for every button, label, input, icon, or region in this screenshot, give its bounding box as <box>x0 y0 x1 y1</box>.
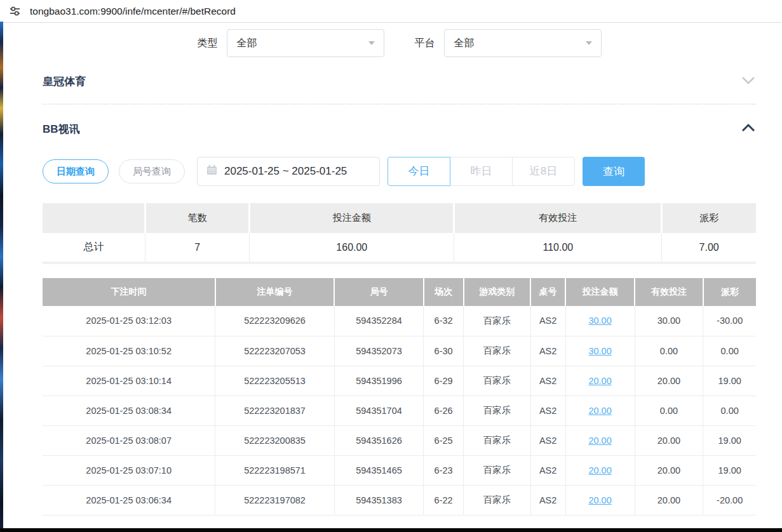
header-bet-amount: 投注金额 <box>565 278 635 306</box>
session-cell: 6-26 <box>424 396 464 425</box>
bet-amount-link[interactable]: 30.00 <box>588 346 611 356</box>
bet-time-cell: 2025-01-25 03:12:03 <box>43 306 215 336</box>
round-no-cell: 594351626 <box>334 425 423 455</box>
summary-header-row: 笔数 投注金额 有效投注 派彩 <box>43 203 756 233</box>
header-valid-bet: 有效投注 <box>635 278 703 306</box>
summary-header-payout: 派彩 <box>662 203 756 233</box>
platform-filter-label: 平台 <box>415 37 435 50</box>
order-no-cell: 522223207053 <box>215 336 335 366</box>
summary-table: 笔数 投注金额 有效投注 派彩 总计 7 160.00 110.00 7.00 <box>43 203 756 264</box>
bet-amount-link[interactable]: 20.00 <box>588 406 611 416</box>
table-no-cell: AS2 <box>530 425 565 455</box>
summary-total-row: 总计 7 160.00 110.00 7.00 <box>43 233 756 263</box>
chevron-down-icon[interactable] <box>741 76 756 88</box>
round-no-cell: 594352284 <box>334 306 423 336</box>
order-no-cell: 522223198571 <box>215 455 335 485</box>
round-no-cell: 594351465 <box>334 455 423 485</box>
round-no-cell: 594352073 <box>334 336 423 366</box>
session-cell: 6-23 <box>424 455 464 485</box>
bet-amount-link[interactable]: 20.00 <box>588 376 611 386</box>
bet-time-cell: 2025-01-25 03:06:34 <box>43 485 215 515</box>
header-session: 场次 <box>424 278 464 306</box>
table-row: 2025-01-25 03:08:34 522223201837 5943517… <box>43 396 756 425</box>
valid-bet-cell: 30.00 <box>635 306 703 336</box>
bet-amount-cell: 20.00 <box>565 455 635 485</box>
valid-bet-cell: 20.00 <box>635 485 703 515</box>
summary-payout-value: 7.00 <box>662 233 756 263</box>
game-type-cell: 百家乐 <box>464 336 531 366</box>
session-cell: 6-25 <box>424 425 464 455</box>
date-query-label: 日期查询 <box>57 166 95 178</box>
summary-header-bet-amount: 投注金额 <box>250 203 454 233</box>
caret-down-icon <box>586 41 592 45</box>
table-row: 2025-01-25 03:12:03 522223209626 5943522… <box>43 306 756 336</box>
summary-header-blank <box>43 203 145 233</box>
bet-time-cell: 2025-01-25 03:10:52 <box>43 336 215 366</box>
valid-bet-cell: 20.00 <box>635 425 703 455</box>
header-game-type: 游戏类别 <box>464 278 531 306</box>
summary-total-label: 总计 <box>43 233 145 263</box>
section-bb-video[interactable]: BB视讯 <box>43 116 756 142</box>
summary-bet-amount-value: 160.00 <box>250 233 454 263</box>
quick-today-button[interactable]: 今日 <box>388 157 450 186</box>
header-table-no: 桌号 <box>530 278 565 306</box>
bet-amount-cell: 30.00 <box>565 336 635 366</box>
bet-amount-link[interactable]: 20.00 <box>588 436 611 446</box>
table-row: 2025-01-25 03:10:52 522223207053 5943520… <box>43 336 756 366</box>
filter-row: 类型 全部 平台 全部 <box>43 29 756 57</box>
game-type-cell: 百家乐 <box>464 455 531 485</box>
caret-down-icon <box>368 41 375 45</box>
game-type-cell: 百家乐 <box>464 485 531 515</box>
table-row: 2025-01-25 03:10:14 522223205513 5943519… <box>43 366 756 396</box>
type-select[interactable]: 全部 <box>227 29 384 57</box>
bet-record-page: 类型 全部 平台 全部 皇冠体育 BB视讯 <box>0 29 782 515</box>
round-query-button[interactable]: 局号查询 <box>119 159 185 183</box>
order-no-cell: 522223201837 <box>215 396 335 425</box>
payout-cell: 19.00 <box>703 425 756 455</box>
session-cell: 6-22 <box>424 485 464 515</box>
calendar-icon <box>206 164 217 178</box>
quick-yesterday-button[interactable]: 昨日 <box>450 157 513 186</box>
platform-select[interactable]: 全部 <box>444 29 602 57</box>
site-settings-icon[interactable] <box>9 5 21 17</box>
summary-header-count: 笔数 <box>145 203 250 233</box>
bet-record-table: 下注时间 注单编号 局号 场次 游戏类别 桌号 投注金额 有效投注 派彩 202… <box>43 278 756 515</box>
date-query-button[interactable]: 日期查询 <box>43 159 109 183</box>
session-cell: 6-29 <box>424 366 464 396</box>
header-round-no: 局号 <box>334 278 423 306</box>
bet-amount-link[interactable]: 20.00 <box>588 495 611 505</box>
section-crown-sports[interactable]: 皇冠体育 <box>43 69 756 94</box>
payout-cell: -20.00 <box>703 485 756 515</box>
query-toolbar: 日期查询 局号查询 2025-01- <box>43 157 756 186</box>
bet-amount-link[interactable]: 30.00 <box>588 316 611 326</box>
payout-cell: 19.00 <box>703 366 756 396</box>
type-filter-group: 类型 全部 <box>198 29 384 57</box>
bet-amount-cell: 30.00 <box>565 306 635 336</box>
browser-url-bar[interactable]: tongbao31.com:9900/infe/mcenter/#/betRec… <box>0 0 782 23</box>
bet-amount-cell: 20.00 <box>565 485 635 515</box>
payout-cell: 0.00 <box>703 336 756 366</box>
table-no-cell: AS2 <box>530 455 565 485</box>
date-range-picker[interactable]: 2025-01-25 ~ 2025-01-25 <box>197 157 380 186</box>
bet-amount-cell: 20.00 <box>565 425 635 455</box>
search-button[interactable]: 查询 <box>583 157 645 186</box>
payout-cell: -30.00 <box>703 306 756 336</box>
table-row: 2025-01-25 03:06:34 522223197082 5943513… <box>43 485 756 515</box>
quick-last8days-button[interactable]: 近8日 <box>512 157 575 186</box>
bet-time-cell: 2025-01-25 03:08:07 <box>43 425 215 455</box>
game-type-cell: 百家乐 <box>464 306 531 336</box>
header-bet-time: 下注时间 <box>43 278 215 306</box>
chevron-up-icon[interactable] <box>741 123 756 135</box>
table-no-cell: AS2 <box>530 396 565 425</box>
section-crown-sports-title: 皇冠体育 <box>43 74 86 89</box>
game-type-cell: 百家乐 <box>464 396 531 425</box>
bet-table-header-row: 下注时间 注单编号 局号 场次 游戏类别 桌号 投注金额 有效投注 派彩 <box>43 278 756 306</box>
header-payout: 派彩 <box>703 278 756 306</box>
type-filter-label: 类型 <box>198 37 218 50</box>
table-row: 2025-01-25 03:07:10 522223198571 5943514… <box>43 455 756 485</box>
url-text[interactable]: tongbao31.com:9900/infe/mcenter/#/betRec… <box>30 6 236 17</box>
table-no-cell: AS2 <box>530 306 565 336</box>
section-bb-video-title: BB视讯 <box>43 122 80 136</box>
summary-valid-bet-value: 110.00 <box>454 233 662 263</box>
bet-amount-link[interactable]: 20.00 <box>588 465 611 475</box>
